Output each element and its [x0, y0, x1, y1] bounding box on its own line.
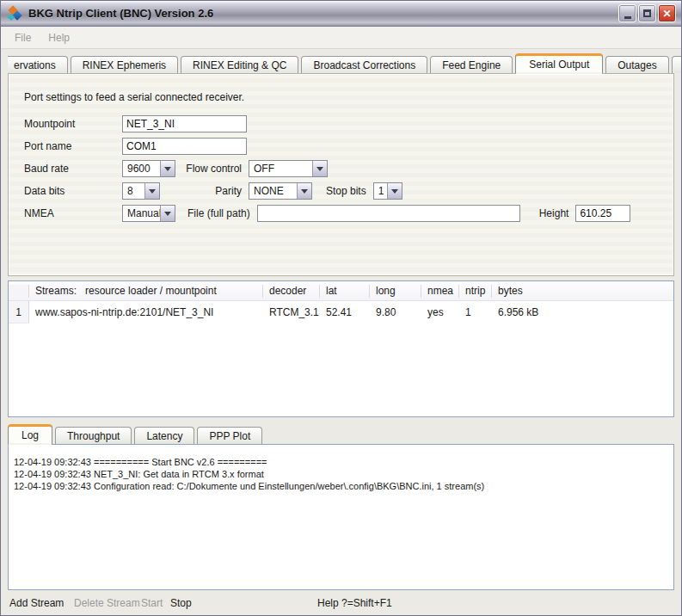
port-name-label: Port name — [24, 140, 122, 152]
app-window: BKG Ntrip Client (BNC) Version 2.6 ✕ Fil… — [0, 0, 682, 616]
delete-stream-button: Delete Stream — [74, 597, 140, 609]
height-input[interactable] — [575, 205, 630, 222]
parity-select[interactable]: NONE — [249, 182, 312, 200]
cell-ntrip: 1 — [459, 306, 492, 318]
main-content: ervations RINEX Ephemeris RINEX Editing … — [1, 49, 681, 615]
cell-mountpoint: www.sapos-ni-ntrip.de:2101/NET_3_NI — [29, 306, 263, 318]
menu-help[interactable]: Help — [40, 29, 78, 46]
data-bits-label: Data bits — [24, 185, 122, 197]
menu-file[interactable]: File — [6, 29, 40, 46]
dropdown-arrow-icon — [144, 183, 159, 199]
minimize-icon — [624, 16, 631, 19]
tab-rinex-ephemeris[interactable]: RINEX Ephemeris — [71, 56, 178, 73]
stop-bits-select[interactable]: 1 — [373, 182, 402, 200]
nmea-select[interactable]: Manual — [122, 205, 175, 222]
dropdown-arrow-icon — [160, 161, 175, 176]
top-tab-bar: ervations RINEX Ephemeris RINEX Editing … — [8, 53, 674, 73]
file-path-input[interactable] — [257, 205, 520, 222]
table-row[interactable]: 1 www.sapos-ni-ntrip.de:2101/NET_3_NI RT… — [9, 301, 673, 323]
maximize-icon — [643, 9, 651, 17]
help-shortcut-label: Help ?=Shift+F1 — [317, 597, 392, 609]
dropdown-arrow-icon — [297, 183, 311, 199]
nmea-label: NMEA — [24, 207, 122, 219]
header-rowno — [9, 285, 29, 298]
minimize-button[interactable] — [618, 4, 636, 22]
add-stream-button[interactable]: Add Stream — [9, 597, 64, 609]
tab-throughput[interactable]: Throughput — [55, 427, 132, 444]
tab-rinex-editing-qc[interactable]: RINEX Editing & QC — [181, 56, 298, 73]
data-bits-select[interactable]: 8 — [122, 182, 160, 200]
dropdown-arrow-icon — [312, 161, 327, 176]
window-title: BKG Ntrip Client (BNC) Version 2.6 — [28, 7, 618, 20]
height-label: Height — [539, 207, 576, 219]
start-button: Start — [141, 597, 163, 609]
streams-header-row: Streams: resource loader / mountpoint de… — [9, 281, 673, 301]
header-mountpoint: Streams: resource loader / mountpoint — [29, 285, 263, 298]
header-bytes: bytes — [492, 285, 673, 298]
bottom-tab-bar: Log Throughput Latency PPP Plot — [8, 424, 674, 444]
close-button[interactable]: ✕ — [658, 4, 676, 22]
menu-bar: File Help — [1, 27, 681, 49]
parity-label: Parity — [160, 185, 249, 197]
serial-output-panel: Port settings to feed a serial connected… — [8, 73, 674, 276]
mountpoint-label: Mountpoint — [24, 118, 122, 130]
action-bar: Add Stream Delete Stream Start Stop Help… — [8, 590, 674, 615]
header-long: long — [370, 285, 421, 298]
app-icon — [8, 6, 23, 22]
row-number: 1 — [9, 301, 29, 323]
dropdown-arrow-icon — [387, 183, 402, 199]
header-ntrip: ntrip — [459, 285, 492, 298]
file-path-label: File (full path) — [187, 207, 257, 219]
tab-ppp-plot[interactable]: PPP Plot — [197, 427, 262, 444]
port-name-input[interactable] — [122, 138, 247, 155]
tab-outages[interactable]: Outages — [605, 56, 668, 73]
log-line: 12-04-19 09:32:43 Configuration read: C:… — [14, 480, 668, 492]
streams-table: Streams: resource loader / mountpoint de… — [8, 280, 674, 417]
baud-rate-label: Baud rate — [24, 163, 122, 175]
dropdown-arrow-icon — [160, 206, 175, 221]
header-decoder: decoder — [263, 285, 320, 298]
log-line: 12-04-19 09:32:43 NET_3_NI: Get data in … — [14, 468, 668, 480]
maximize-button[interactable] — [638, 4, 656, 22]
tab-broadcast-corrections[interactable]: Broadcast Corrections — [301, 56, 427, 73]
tab-latency[interactable]: Latency — [134, 427, 194, 444]
cell-decoder: RTCM_3.1 — [263, 306, 320, 318]
tab-log[interactable]: Log — [8, 424, 52, 444]
log-output[interactable]: 12-04-19 09:32:43 ========== Start BNC v… — [8, 444, 674, 590]
cell-nmea: yes — [421, 306, 459, 318]
cell-lat: 52.41 — [320, 306, 370, 318]
stop-bits-label: Stop bits — [326, 185, 373, 197]
cell-long: 9.80 — [370, 306, 421, 318]
log-line: 12-04-19 09:32:43 ========== Start BNC v… — [14, 456, 668, 468]
tab-miscellaneous[interactable]: Miscellaneous — [672, 56, 681, 73]
header-nmea: nmea — [421, 285, 459, 298]
flow-control-select[interactable]: OFF — [249, 160, 328, 177]
tab-feed-engine[interactable]: Feed Engine — [430, 56, 513, 73]
tab-serial-output[interactable]: Serial Output — [515, 53, 603, 73]
close-icon: ✕ — [662, 8, 671, 20]
tab-observations[interactable]: ervations — [8, 56, 68, 73]
cell-bytes: 6.956 kB — [492, 306, 673, 318]
panel-description: Port settings to feed a serial connected… — [24, 91, 244, 103]
title-bar: BKG Ntrip Client (BNC) Version 2.6 ✕ — [1, 1, 681, 27]
baud-rate-select[interactable]: 9600 — [122, 160, 175, 177]
flow-control-label: Flow control — [175, 163, 249, 175]
mountpoint-input[interactable] — [122, 115, 247, 132]
header-lat: lat — [320, 285, 370, 298]
stop-button[interactable]: Stop — [170, 597, 192, 609]
